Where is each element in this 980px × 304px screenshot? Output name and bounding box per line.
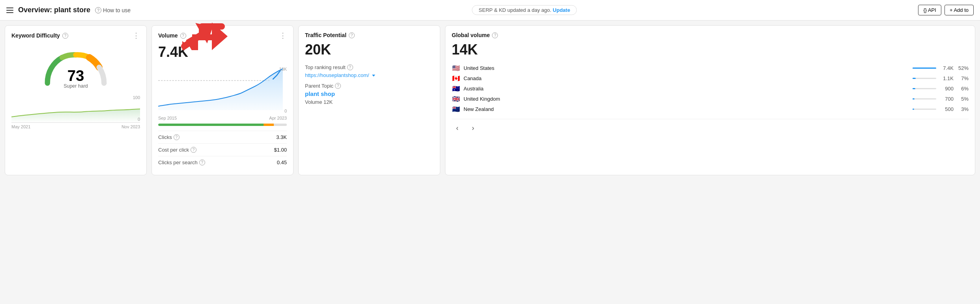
parent-topic-section: Parent Topic ? plant shop Volume 12K	[305, 83, 434, 105]
cpc-row: Cost per click ? $1.00	[158, 143, 287, 156]
kd-chart-labels: May 2021 Nov 2023	[11, 124, 140, 129]
country-pct: 3%	[957, 106, 969, 112]
kd-menu-dots[interactable]: ⋮	[133, 32, 140, 39]
kd-chart-right: Nov 2023	[122, 124, 140, 129]
country-volume: 7.4K	[939, 65, 954, 71]
traffic-value: 20K	[305, 41, 434, 58]
traffic-title-row: Traffic Potential ?	[305, 32, 355, 38]
gauge-chart: 73 Super hard	[11, 42, 140, 90]
cps-help-icon[interactable]: ?	[199, 160, 205, 165]
traffic-help-icon[interactable]: ?	[349, 32, 355, 38]
kd-chart-max: 100	[133, 95, 140, 100]
parent-topic-link[interactable]: plant shop	[305, 90, 434, 97]
progress-green	[158, 124, 264, 126]
country-name: Australia	[464, 86, 908, 92]
parent-topic-label: Parent Topic ?	[305, 83, 434, 89]
country-row: 🇨🇦 Canada 1.1K 7%	[452, 73, 969, 83]
country-bar-wrap	[913, 98, 936, 99]
country-flag: 🇦🇺	[452, 85, 460, 92]
country-name: United Kingdom	[464, 96, 908, 102]
country-flag: 🇺🇸	[452, 65, 460, 71]
main-content: Keyword Difficulty ? ⋮	[0, 21, 980, 180]
cps-value: 0.45	[277, 160, 287, 165]
country-flag: 🇳🇿	[452, 106, 460, 112]
parent-topic-help-icon[interactable]: ?	[335, 83, 341, 89]
volume-chart-left: Sep 2015	[158, 116, 177, 120]
update-banner: SERP & KD updated a day ago. Update	[472, 5, 577, 15]
kd-chart-svg	[11, 95, 140, 123]
country-bar	[913, 68, 936, 69]
country-bar	[913, 109, 914, 110]
country-row: 🇦🇺 Australia 900 6%	[452, 83, 969, 94]
update-link[interactable]: Update	[553, 7, 570, 13]
how-to-use-link[interactable]: ? How to use	[95, 7, 131, 13]
country-pct: 6%	[957, 86, 969, 92]
country-pct: 52%	[957, 65, 969, 71]
global-title: Global volume	[452, 32, 490, 38]
ranking-dropdown-arrow[interactable]	[372, 75, 375, 77]
top-ranking-label: Top ranking result ?	[305, 64, 434, 70]
country-list: 🇺🇸 United States 7.4K 52% 🇨🇦 Canada 1.1K…	[452, 63, 969, 114]
add-to-button[interactable]: + Add to	[944, 5, 974, 15]
top-ranking-help-icon[interactable]: ?	[347, 64, 353, 70]
country-bar	[913, 98, 915, 99]
global-card-header: Global volume ?	[452, 32, 969, 38]
keyword-difficulty-card: Keyword Difficulty ? ⋮	[5, 25, 147, 175]
clicks-help-icon[interactable]: ?	[174, 134, 180, 140]
country-bar	[913, 88, 915, 89]
country-pct: 5%	[957, 96, 969, 102]
country-bar-wrap	[913, 88, 936, 89]
progress-orange	[264, 124, 274, 126]
nav-arrows: ‹ ›	[452, 119, 969, 133]
global-help-icon[interactable]: ?	[492, 32, 498, 38]
api-button[interactable]: {} API	[918, 5, 941, 15]
volume-chart-labels: Sep 2015 Apr 2023	[158, 116, 287, 120]
page-title: Overview: plant store	[18, 6, 90, 14]
gauge-svg: 73 Super hard	[36, 45, 115, 89]
country-flag: 🇨🇦	[452, 75, 460, 81]
volume-chart-zero: 0	[284, 109, 287, 113]
kd-card-header: Keyword Difficulty ? ⋮	[11, 32, 140, 39]
cpc-help-icon[interactable]: ?	[191, 147, 196, 153]
country-volume: 900	[939, 86, 954, 92]
volume-value-wrap: 7.4K	[158, 42, 188, 64]
cpc-value: $1.00	[274, 147, 287, 153]
country-row: 🇺🇸 United States 7.4K 52%	[452, 63, 969, 73]
country-pct: 7%	[957, 75, 969, 81]
kd-chart-left: May 2021	[11, 124, 30, 129]
clicks-label: Clicks ?	[158, 134, 180, 140]
menu-icon[interactable]	[6, 8, 13, 13]
kd-trend-chart: 100 0	[11, 95, 140, 123]
volume-card: Volume ? ⋮ 7.4K 13K	[151, 25, 294, 175]
kd-value: 73	[67, 67, 84, 84]
top-ranking-url[interactable]: https://houseplantshop.com/	[305, 72, 369, 78]
prev-arrow[interactable]: ‹	[452, 122, 463, 133]
clicks-row: Clicks ? 3.3K	[158, 131, 287, 143]
volume-menu-dots[interactable]: ⋮	[279, 32, 287, 39]
global-volume-card: Global volume ? 14K 🇺🇸 United States 7.4…	[445, 25, 975, 175]
volume-title: Volume	[158, 32, 178, 39]
traffic-card-header: Traffic Potential ?	[305, 32, 434, 38]
parent-topic-volume: Volume 12K	[305, 99, 333, 105]
header: Overview: plant store ? How to use SERP …	[0, 0, 980, 21]
volume-chart-max: 13K	[279, 67, 287, 71]
country-name: Canada	[464, 75, 908, 81]
traffic-potential-card: Traffic Potential ? 20K Top ranking resu…	[298, 25, 440, 175]
cps-label: Clicks per search ?	[158, 160, 205, 165]
red-arrow	[180, 23, 228, 50]
kd-title: Keyword Difficulty	[11, 32, 60, 39]
country-volume: 500	[939, 106, 954, 112]
cps-row: Clicks per search ? 0.45	[158, 156, 287, 169]
kd-label: Super hard	[64, 83, 88, 89]
kd-help-icon[interactable]: ?	[62, 33, 68, 39]
help-icon: ?	[95, 7, 101, 13]
country-bar	[913, 78, 916, 79]
country-bar-wrap	[913, 68, 936, 69]
kd-chart-zero: 0	[138, 117, 140, 122]
traffic-title: Traffic Potential	[305, 32, 346, 38]
header-actions: {} API + Add to	[918, 5, 974, 15]
volume-chart-svg	[158, 67, 287, 110]
next-arrow[interactable]: ›	[468, 122, 479, 133]
cpc-label: Cost per click ?	[158, 147, 196, 153]
header-center: SERP & KD updated a day ago. Update	[135, 5, 913, 15]
